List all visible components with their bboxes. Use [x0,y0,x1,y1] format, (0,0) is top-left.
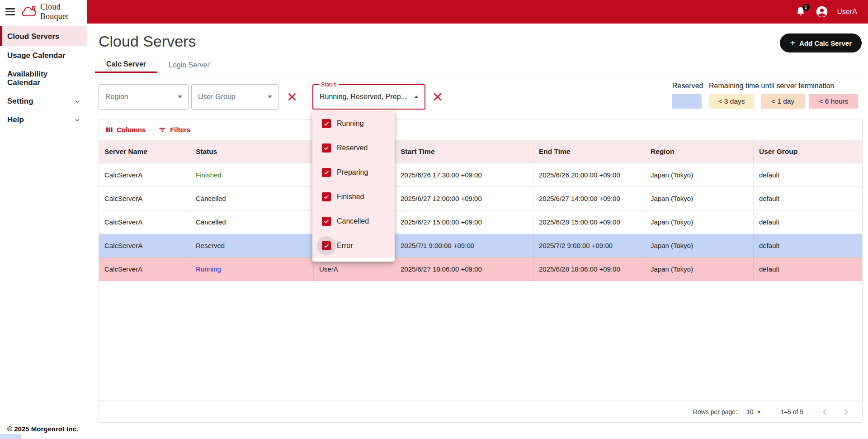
sidebar-item-usage-calendar[interactable]: Usage Calendar [0,46,87,65]
sidebar-item-label: Availability Calendar [7,70,71,87]
server-type-tabs: Calc Server Login Server [95,57,863,73]
clear-status-filter-icon[interactable] [431,91,444,103]
table-row[interactable]: CalcServerA Cancelled 2025/6/27 15:00:00… [99,210,862,234]
checkbox-checked-icon [322,168,331,177]
rows-per-page-select[interactable]: 10 ▼ [746,408,761,415]
cell-start-time: 2025/6/27 18:06:00 +09:00 [395,258,533,281]
status-option-finished[interactable]: Finished [312,185,395,209]
table-row-reserved[interactable]: CalcServerA Reserved 2025/7/1 9:00:00 +0… [99,234,862,258]
filters-button-label: Filters [170,126,190,134]
sidebar-item-label: Help [7,115,24,124]
legend-reserved-label: Reserved [672,82,703,90]
cell-region: Japan (Tokyo) [645,210,754,234]
legend-swatch-1-day: < 1 day [761,94,805,109]
region-filter-label: Region [105,93,128,101]
tab-calc-server[interactable]: Calc Server [95,57,157,73]
notification-badge: 1 [802,4,810,11]
app-bar: Cloud Bouquet 1 UserA [0,0,868,24]
status-option-label: Running [337,119,364,128]
checkbox-checked-icon [322,119,331,128]
cell-user-group: default [754,163,862,187]
sidebar-item-label: Setting [7,97,33,105]
sidebar-item-cloud-servers[interactable]: Cloud Servers [0,26,87,46]
app-bar-actions: 1 UserA [795,0,868,24]
tab-login-server[interactable]: Login Server [157,57,221,73]
sidebar-item-help[interactable]: Help [0,110,87,129]
avatar-icon[interactable] [816,5,828,18]
cell-server-name: CalcServerA [99,234,190,258]
add-calc-server-label: Add Calc Server [799,39,852,47]
dropdown-arrow-icon [267,95,273,99]
table-row[interactable]: CalcServerA Cancelled 2025/6/27 12:00:00… [99,187,862,210]
status-option-reserved[interactable]: Reserved [312,136,395,160]
checkbox-checked-icon [322,241,331,250]
status-filter-value: Running, Reserved, Prep... [320,93,407,101]
cell-end-time: 2025/6/26 20:00:00 +09:00 [533,163,645,187]
dropdown-arrow-icon: ▼ [757,409,762,415]
cell-region: Japan (Tokyo) [645,258,754,281]
cell-end-time: 2025/6/27 14:00:00 +09:00 [533,187,645,210]
sidebar-item-setting[interactable]: Setting [0,92,87,110]
table-row-running[interactable]: CalcServerA Running UserA 2025/6/27 18:0… [99,258,862,281]
table-toolbar: Columns Filters [99,119,862,140]
cell-start-time: 2025/6/26 17:30:00 +09:00 [395,163,533,187]
status-option-label: Reserved [337,144,368,152]
column-header-start-time[interactable]: Start Time [395,140,533,163]
user-group-filter-select[interactable]: User Group [191,84,278,110]
cell-status: Cancelled [190,210,314,234]
sidebar-item-availability-calendar[interactable]: Availability Calendar [0,65,87,92]
status-option-preparing[interactable]: Preparing [312,160,395,185]
cloud-bouquet-logo-icon [20,5,38,18]
brand: Cloud Bouquet [20,2,87,21]
cell-user-group: default [754,210,862,234]
legend-swatch-6-hours: < 6 hours [809,94,858,109]
menu-hamburger-icon[interactable] [5,8,15,15]
notifications-button[interactable]: 1 [795,6,807,18]
legend-title: Remaining time until server termination [709,82,834,90]
filters-button[interactable]: Filters [158,126,190,134]
chevron-down-icon [74,98,80,105]
next-page-icon[interactable] [840,406,851,417]
app-bar-brand-area: Cloud Bouquet [0,0,87,24]
previous-page-icon[interactable] [820,406,830,417]
dropdown-arrow-up-icon [414,95,419,99]
status-option-error[interactable]: Error [312,234,395,258]
user-name[interactable]: UserA [837,8,857,16]
cell-status: Reserved [190,234,314,258]
columns-button[interactable]: Columns [105,126,146,134]
cell-user-group: default [754,187,862,210]
cell-server-name: CalcServerA [99,187,190,210]
cell-end-time: 2025/6/28 15:00:00 +09:00 [533,210,645,234]
column-header-region[interactable]: Region [645,140,754,163]
table-row[interactable]: CalcServerA Finished 2025/6/26 17:30:00 … [99,163,862,187]
page-title: Cloud Servers [99,33,196,50]
column-header-status[interactable]: Status [190,140,314,163]
status-option-cancelled[interactable]: Cancelled [312,209,395,234]
servers-table: Columns Filters Server Name Status Start… [99,119,863,423]
cell-status: Cancelled [190,187,314,210]
plus-icon: + [790,38,795,48]
status-option-label: Preparing [337,168,368,177]
column-header-user-group[interactable]: User Group [754,140,862,163]
cell-server-name: CalcServerA [99,163,190,187]
sidebar-item-label: Usage Calendar [7,51,66,60]
chevron-down-icon [74,117,80,123]
region-filter-select[interactable]: Region [99,84,189,110]
column-header-server-name[interactable]: Server Name [99,140,190,163]
status-option-running[interactable]: Running [312,111,395,136]
cell-start-time: 2025/6/27 12:00:00 +09:00 [395,187,533,210]
column-header-end-time[interactable]: End Time [533,140,645,163]
cell-status: Running [190,258,314,281]
cell-server-name: CalcServerA [99,210,190,234]
cell-user-group: default [754,258,862,281]
columns-icon [105,126,113,134]
sidebar-item-label: Cloud Servers [7,32,59,41]
cell-user-group: default [754,234,862,258]
clear-filters-icon[interactable] [286,91,298,103]
status-option-label: Cancelled [337,217,369,225]
status-filter-select[interactable]: Status Running, Reserved, Prep... [312,84,425,110]
legend-reserved-swatch [672,94,702,109]
add-calc-server-button[interactable]: + Add Calc Server [780,33,862,52]
pagination-range: 1–5 of 5 [780,408,803,415]
cell-start-time: 2025/7/1 9:00:00 +09:00 [395,234,533,258]
